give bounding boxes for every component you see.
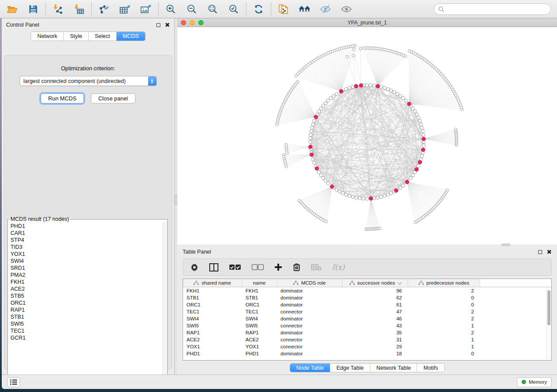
network-edge[interactable] bbox=[341, 47, 348, 91]
import-table-button[interactable] bbox=[73, 3, 85, 15]
network-edge[interactable] bbox=[424, 129, 456, 139]
network-node[interactable] bbox=[344, 87, 348, 91]
deselect-all-button[interactable] bbox=[252, 264, 264, 270]
toggle-column-panel-button[interactable] bbox=[209, 263, 218, 272]
mcds-result-item[interactable]: STB5 bbox=[8, 292, 167, 299]
network-leaf-node[interactable] bbox=[362, 47, 365, 49]
network-node[interactable] bbox=[351, 195, 355, 199]
export-network-button[interactable] bbox=[98, 3, 110, 15]
zoom-in-button[interactable] bbox=[165, 3, 177, 15]
network-node[interactable] bbox=[421, 130, 425, 133]
network-edge[interactable] bbox=[308, 186, 332, 209]
network-edge[interactable] bbox=[407, 182, 434, 207]
network-edge[interactable] bbox=[378, 55, 403, 86]
network-node[interactable] bbox=[319, 107, 323, 110]
network-node[interactable] bbox=[317, 171, 321, 174]
network-edge[interactable] bbox=[409, 65, 432, 104]
network-node[interactable] bbox=[399, 94, 402, 98]
network-edge[interactable] bbox=[286, 99, 316, 117]
mcds-result-item[interactable]: RAP1 bbox=[8, 306, 167, 313]
network-hub-node[interactable] bbox=[407, 102, 411, 106]
network-node[interactable] bbox=[319, 174, 323, 177]
table-row[interactable]: PHD1PHD1dominator180 bbox=[183, 350, 551, 357]
network-hub-node[interactable] bbox=[421, 148, 425, 152]
network-edge[interactable] bbox=[341, 46, 353, 91]
network-hub-node[interactable] bbox=[422, 137, 426, 141]
float-panel-icon[interactable] bbox=[538, 250, 542, 254]
network-edge[interactable] bbox=[287, 97, 316, 117]
network-edge[interactable] bbox=[311, 186, 332, 212]
network-edge[interactable] bbox=[409, 104, 462, 109]
network-node[interactable] bbox=[417, 116, 420, 120]
network-hub-node[interactable] bbox=[308, 145, 312, 149]
network-edge[interactable] bbox=[407, 182, 419, 220]
column-header-predecessor-nodes[interactable]: predecessor nodes bbox=[408, 279, 480, 287]
network-node[interactable] bbox=[341, 192, 345, 195]
table-scrollbar[interactable] bbox=[546, 288, 551, 360]
criterion-select[interactable]: largest connected component (undirected) bbox=[20, 76, 157, 86]
table-row[interactable]: ORC1ORC1dominator610 bbox=[183, 301, 551, 308]
network-edge[interactable] bbox=[302, 186, 332, 203]
search-box[interactable] bbox=[434, 3, 551, 15]
network-edge[interactable] bbox=[278, 117, 316, 120]
network-hub-node[interactable] bbox=[314, 115, 318, 119]
network-node[interactable] bbox=[415, 113, 419, 117]
network-node[interactable] bbox=[380, 85, 383, 89]
network-node[interactable] bbox=[420, 126, 424, 130]
network-edge[interactable] bbox=[378, 52, 392, 86]
network-edge[interactable] bbox=[371, 199, 380, 228]
network-node[interactable] bbox=[351, 85, 355, 89]
mcds-result-item[interactable]: CAR1 bbox=[8, 230, 167, 237]
network-node[interactable] bbox=[332, 94, 336, 98]
network-node[interactable] bbox=[376, 196, 380, 199]
network-edge[interactable] bbox=[282, 107, 316, 117]
network-edge[interactable] bbox=[298, 82, 316, 117]
first-neighbors-button[interactable] bbox=[298, 3, 311, 15]
network-edge[interactable] bbox=[407, 182, 422, 218]
network-edge[interactable] bbox=[409, 97, 457, 104]
network-node[interactable] bbox=[411, 174, 415, 177]
network-node[interactable] bbox=[404, 99, 408, 102]
network-edge[interactable] bbox=[407, 182, 442, 199]
zoom-fit-button[interactable] bbox=[207, 3, 219, 15]
network-edge[interactable] bbox=[321, 186, 332, 218]
network-leaf-node[interactable] bbox=[359, 47, 362, 50]
network-edge[interactable] bbox=[303, 69, 341, 91]
network-edge[interactable] bbox=[293, 88, 316, 117]
network-hub-node[interactable] bbox=[376, 84, 380, 88]
network-edge[interactable] bbox=[407, 182, 430, 212]
mcds-result-item[interactable]: ORC1 bbox=[8, 299, 167, 306]
network-edge[interactable] bbox=[407, 182, 432, 209]
network-edge[interactable] bbox=[312, 152, 423, 156]
network-edge[interactable] bbox=[378, 52, 394, 86]
network-leaf-node[interactable] bbox=[276, 123, 278, 126]
tab-select[interactable]: Select bbox=[89, 32, 117, 41]
table-row[interactable]: YOX1YOX1connector291 bbox=[183, 343, 551, 350]
tab-network-table[interactable]: Network Table bbox=[370, 364, 418, 372]
tab-style[interactable]: Style bbox=[64, 32, 89, 41]
network-edge[interactable] bbox=[409, 55, 417, 104]
table-row[interactable]: TEC1TEC1connector472 bbox=[183, 308, 551, 315]
table-row[interactable]: RAP1RAP1dominator352 bbox=[183, 329, 551, 336]
network-edge[interactable] bbox=[312, 62, 341, 91]
network-edge[interactable] bbox=[407, 182, 443, 197]
network-node[interactable] bbox=[358, 196, 362, 200]
network-node[interactable] bbox=[422, 144, 426, 147]
network-hub-node[interactable] bbox=[418, 160, 422, 164]
network-node[interactable] bbox=[399, 186, 402, 189]
network-node[interactable] bbox=[369, 83, 372, 87]
search-input[interactable] bbox=[447, 6, 547, 12]
network-leaf-node[interactable] bbox=[378, 227, 381, 230]
mcds-result-item[interactable]: SRD1 bbox=[8, 265, 167, 272]
column-header-name[interactable]: name bbox=[242, 279, 277, 287]
network-node[interactable] bbox=[348, 86, 351, 90]
mcds-result-item[interactable]: PMA2 bbox=[8, 272, 167, 279]
network-node[interactable] bbox=[311, 123, 315, 126]
network-node[interactable] bbox=[324, 101, 327, 105]
mcds-result-item[interactable]: ACE2 bbox=[8, 285, 167, 292]
column-header-successor-nodes[interactable]: successor nodes bbox=[343, 279, 408, 287]
hide-selected-button[interactable] bbox=[319, 3, 332, 15]
zoom-selected-button[interactable] bbox=[228, 3, 240, 15]
network-node[interactable] bbox=[335, 92, 339, 96]
table-row[interactable]: FKH1FKH1dominator962 bbox=[183, 287, 551, 294]
